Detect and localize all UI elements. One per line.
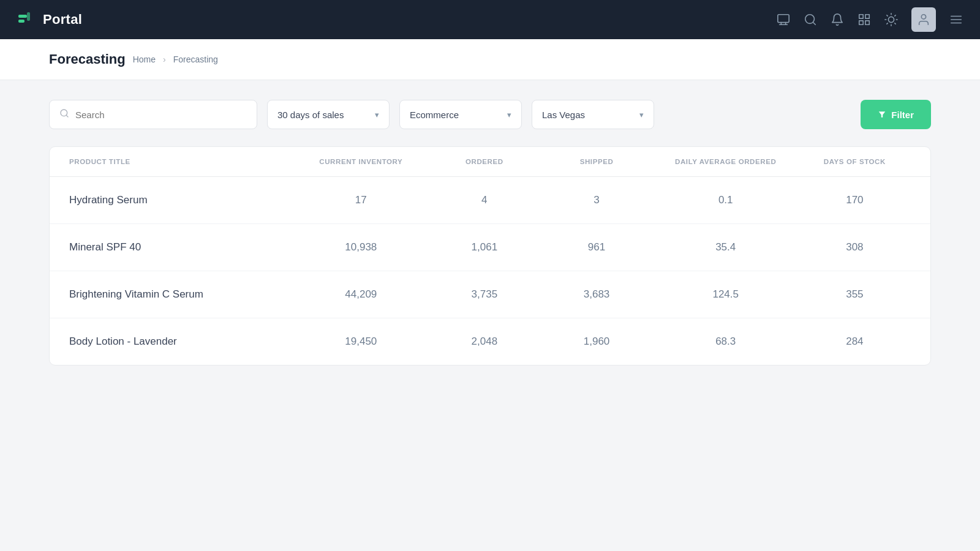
cell-daily-1: 35.4 [653, 241, 799, 253]
svg-marker-26 [879, 111, 886, 117]
svg-line-6 [813, 22, 815, 24]
search-box[interactable] [49, 100, 257, 129]
col-daily-average: DAILY AVERAGE ORDERED [653, 158, 799, 165]
svg-line-19 [895, 15, 895, 16]
breadcrumb-home[interactable]: Home [133, 54, 156, 64]
sales-period-label: 30 days of sales [277, 110, 344, 120]
table-row: Body Lotion - Lavender 19,450 2,048 1,96… [50, 318, 930, 365]
cell-product-1: Mineral SPF 40 [69, 241, 293, 253]
search-input[interactable] [75, 110, 247, 120]
inbox-icon[interactable] [777, 13, 790, 26]
col-product-title: PRODUCT TITLE [69, 158, 293, 165]
cell-product-2: Brightening Vitamin C Serum [69, 288, 293, 301]
col-current-inventory: CURRENT INVENTORY [293, 158, 428, 165]
svg-rect-10 [865, 21, 869, 24]
filter-bar: 30 days of sales ▾ Ecommerce ▾ Las Vegas… [49, 100, 931, 129]
cell-inventory-2: 44,209 [293, 288, 428, 301]
bell-icon[interactable] [831, 13, 844, 26]
cell-shipped-1: 961 [540, 241, 652, 253]
search-nav-icon[interactable] [804, 13, 817, 26]
sun-icon[interactable] [884, 13, 898, 26]
logo-icon [17, 10, 37, 29]
svg-line-25 [66, 115, 68, 117]
cell-shipped-2: 3,683 [540, 288, 652, 301]
table-row: Mineral SPF 40 10,938 1,061 961 35.4 308 [50, 224, 930, 271]
filter-button-label: Filter [891, 110, 914, 120]
cell-ordered-1: 1,061 [428, 241, 540, 253]
cell-ordered-3: 2,048 [428, 335, 540, 348]
cell-inventory-3: 19,450 [293, 335, 428, 348]
navbar: Portal [0, 0, 980, 39]
search-box-icon [59, 108, 69, 121]
svg-rect-1 [18, 20, 24, 23]
cell-daily-0: 0.1 [653, 194, 799, 206]
cell-ordered-2: 3,735 [428, 288, 540, 301]
table-body: Hydrating Serum 17 4 3 0.1 170 Mineral S… [50, 177, 930, 365]
cell-shipped-3: 1,960 [540, 335, 652, 348]
main-content: 30 days of sales ▾ Ecommerce ▾ Las Vegas… [0, 80, 980, 385]
breadcrumb-separator: › [163, 54, 166, 64]
svg-point-20 [921, 15, 925, 19]
svg-rect-2 [27, 12, 30, 21]
page-title: Forecasting [49, 51, 126, 67]
table-row: Brightening Vitamin C Serum 44,209 3,735… [50, 271, 930, 318]
breadcrumb-section: Forecasting Home › Forecasting [0, 39, 980, 80]
filter-button[interactable]: Filter [861, 100, 931, 129]
sales-period-caret: ▾ [375, 110, 379, 119]
svg-line-18 [887, 23, 888, 24]
cell-product-0: Hydrating Serum [69, 194, 293, 206]
svg-rect-9 [859, 21, 863, 24]
grid-icon[interactable] [858, 13, 871, 26]
cell-days-3: 284 [799, 335, 911, 348]
svg-rect-7 [859, 15, 863, 18]
table-row: Hydrating Serum 17 4 3 0.1 170 [50, 177, 930, 224]
location-label: Las Vegas [542, 110, 585, 120]
cell-days-0: 170 [799, 194, 911, 206]
cell-inventory-1: 10,938 [293, 241, 428, 253]
cell-product-3: Body Lotion - Lavender [69, 335, 293, 348]
svg-rect-3 [778, 15, 789, 23]
data-table: PRODUCT TITLE CURRENT INVENTORY ORDERED … [49, 146, 931, 365]
avatar[interactable] [911, 7, 936, 32]
cell-days-2: 355 [799, 288, 911, 301]
col-shipped: SHIPPED [540, 158, 652, 165]
cell-ordered-0: 4 [428, 194, 540, 206]
svg-line-15 [895, 23, 895, 24]
svg-rect-0 [18, 15, 27, 18]
channel-caret: ▾ [507, 110, 511, 119]
sales-period-dropdown[interactable]: 30 days of sales ▾ [267, 100, 390, 129]
svg-line-14 [887, 15, 888, 16]
table-header: PRODUCT TITLE CURRENT INVENTORY ORDERED … [50, 147, 930, 177]
cell-daily-2: 124.5 [653, 288, 799, 301]
app-name: Portal [43, 12, 82, 28]
breadcrumb-current: Forecasting [173, 54, 218, 64]
cell-daily-3: 68.3 [653, 335, 799, 348]
cell-inventory-0: 17 [293, 194, 428, 206]
cell-days-1: 308 [799, 241, 911, 253]
channel-dropdown[interactable]: Ecommerce ▾ [399, 100, 522, 129]
svg-rect-8 [865, 15, 869, 18]
col-days-of-stock: DAYS OF STOCK [799, 158, 911, 165]
navbar-brand: Portal [17, 10, 82, 29]
svg-point-11 [888, 17, 894, 22]
menu-icon[interactable] [949, 13, 963, 26]
navbar-actions [777, 7, 963, 32]
col-ordered: ORDERED [428, 158, 540, 165]
location-dropdown[interactable]: Las Vegas ▾ [532, 100, 654, 129]
cell-shipped-0: 3 [540, 194, 652, 206]
channel-label: Ecommerce [410, 110, 459, 120]
location-caret: ▾ [639, 110, 644, 119]
